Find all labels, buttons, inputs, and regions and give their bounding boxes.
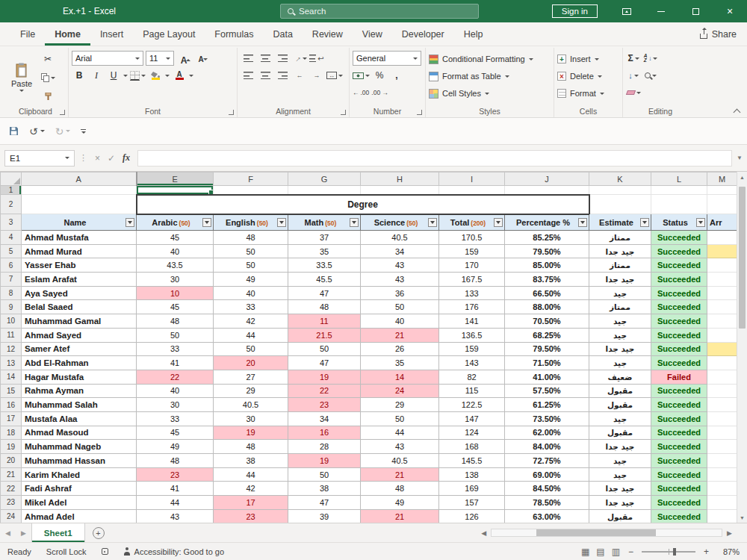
cell-G16[interactable]: 23	[288, 398, 361, 412]
cell-L24[interactable]: Succeeded	[651, 509, 707, 523]
underline-button[interactable]: U	[106, 68, 121, 83]
cell-A20[interactable]: Muhammad Hassan	[22, 454, 137, 468]
cell-I14[interactable]: 82	[439, 370, 505, 384]
cell-G6[interactable]: 33.5	[288, 258, 361, 273]
ribbon-tab-page-layout[interactable]: Page Layout	[133, 22, 205, 46]
cell-L23[interactable]: Succeeded	[651, 496, 707, 510]
cell-L1[interactable]	[651, 186, 707, 195]
cell-L5[interactable]: Succeeded	[651, 244, 707, 258]
ribbon-tab-view[interactable]: View	[353, 22, 392, 46]
cell-M5[interactable]	[707, 244, 737, 258]
cell-L17[interactable]: Succeeded	[651, 411, 707, 426]
cell-G17[interactable]: 34	[288, 411, 361, 426]
share-button[interactable]: Share	[700, 22, 737, 46]
cell-J4[interactable]: 85.25%	[505, 231, 589, 245]
cell-M8[interactable]	[707, 286, 737, 300]
maximize-button[interactable]	[678, 0, 713, 22]
ribbon-tab-formulas[interactable]: Formulas	[205, 22, 263, 46]
new-sheet-button[interactable]: +	[93, 527, 105, 539]
cell-M19[interactable]	[707, 440, 737, 454]
insert-cells-button[interactable]: +Insert	[557, 52, 619, 66]
cell-E24[interactable]: 43	[137, 509, 214, 523]
minimize-button[interactable]	[644, 0, 678, 22]
increase-decimal-button[interactable]: ←.00	[353, 85, 369, 100]
align-top-button[interactable]	[241, 51, 255, 66]
select-all-button[interactable]	[1, 172, 22, 186]
cell-I19[interactable]: 168	[439, 440, 505, 454]
ribbon-tab-insert[interactable]: Insert	[90, 22, 133, 46]
cell-K16[interactable]: مقبول	[589, 398, 651, 412]
row-header-21[interactable]: 21	[1, 467, 22, 482]
cell-A10[interactable]: Muhammad Gamal	[22, 314, 137, 329]
cell-E5[interactable]: 40	[137, 244, 214, 258]
cell-I4[interactable]: 170.5	[439, 231, 505, 245]
zoom-slider-knob[interactable]	[673, 548, 676, 556]
borders-button[interactable]	[130, 68, 146, 83]
cell-I15[interactable]: 115	[439, 384, 505, 398]
cell-M2[interactable]	[707, 195, 737, 214]
font-color-button[interactable]: A	[172, 68, 187, 83]
column-header-J[interactable]: J	[505, 172, 589, 186]
cell-A5[interactable]: Ahmad Murad	[22, 244, 137, 258]
cell-K14[interactable]: ضعيف	[589, 370, 651, 384]
cell-E19[interactable]: 49	[137, 440, 214, 454]
ribbon-display-options-button[interactable]	[610, 0, 644, 22]
cell-E20[interactable]: 48	[137, 454, 214, 468]
cell-A23[interactable]: Mikel Adel	[22, 496, 137, 510]
cell-J18[interactable]: 62.00%	[505, 426, 589, 440]
cell-F8[interactable]: 40	[214, 286, 288, 300]
cell-I11[interactable]: 136.5	[439, 328, 505, 342]
cell-J9[interactable]: 88.00%	[505, 300, 589, 314]
cell-H19[interactable]: 43	[361, 440, 439, 454]
font-dialog-launcher[interactable]	[229, 110, 234, 115]
cell-K2[interactable]	[589, 195, 651, 214]
cell-M10[interactable]	[707, 314, 737, 329]
row-header-1[interactable]: 1	[1, 186, 22, 195]
cell-L20[interactable]: Succeeded	[651, 454, 707, 468]
cell-F12[interactable]: 50	[214, 342, 288, 356]
number-format-combo[interactable]: General	[353, 51, 421, 66]
decrease-decimal-button[interactable]: .00→	[371, 85, 388, 100]
vertical-scroll-thumb[interactable]	[739, 187, 746, 329]
row-header-6[interactable]: 6	[1, 258, 22, 273]
cell-G15[interactable]: 22	[288, 384, 361, 398]
accessibility-status[interactable]: Accessibility: Good to go	[123, 547, 224, 556]
cell-J22[interactable]: 84.50%	[505, 482, 589, 496]
cell-G12[interactable]: 50	[288, 342, 361, 356]
font-size-combo[interactable]: 11	[146, 51, 174, 66]
cell-J20[interactable]: 72.75%	[505, 454, 589, 468]
cell-G7[interactable]: 45.5	[288, 273, 361, 287]
page-layout-view-button[interactable]: ▤	[596, 547, 604, 556]
ribbon-tab-developer[interactable]: Developer	[392, 22, 454, 46]
cell-F22[interactable]: 42	[214, 482, 288, 496]
zoom-slider[interactable]	[642, 551, 695, 553]
cell-K5[interactable]: جيد جدا	[589, 244, 651, 258]
cell-K12[interactable]: جيد جدا	[589, 342, 651, 356]
row-header-18[interactable]: 18	[1, 426, 22, 440]
align-left-button[interactable]	[241, 68, 255, 83]
cell-M16[interactable]	[707, 398, 737, 412]
cell-F24[interactable]: 23	[214, 509, 288, 523]
customize-qat-button[interactable]	[81, 129, 86, 134]
cell-J15[interactable]: 57.50%	[505, 384, 589, 398]
confirm-entry-button[interactable]: ✓	[108, 153, 115, 164]
orientation-button[interactable]: →	[292, 51, 307, 66]
cell-A16[interactable]: Muhammad Salah	[22, 398, 137, 412]
cell-J7[interactable]: 83.75%	[505, 273, 589, 287]
cell-G13[interactable]: 47	[288, 356, 361, 370]
cell-H15[interactable]: 24	[361, 384, 439, 398]
ribbon-tab-home[interactable]: Home	[45, 22, 90, 46]
format-painter-button[interactable]	[40, 89, 55, 104]
cell-H1[interactable]	[361, 186, 439, 195]
column-header-K[interactable]: K	[589, 172, 651, 186]
increase-font-size-button[interactable]: A	[176, 51, 191, 66]
row-header-20[interactable]: 20	[1, 454, 22, 468]
header-math[interactable]: Math(50)	[288, 214, 361, 231]
cell-L18[interactable]: Succeeded	[651, 426, 707, 440]
cell-J6[interactable]: 85.00%	[505, 258, 589, 273]
insert-function-button[interactable]: fx	[123, 152, 130, 164]
cell-I8[interactable]: 133	[439, 286, 505, 300]
cell-H16[interactable]: 29	[361, 398, 439, 412]
cell-M4[interactable]	[707, 231, 737, 245]
row-header-3[interactable]: 3	[1, 214, 22, 231]
